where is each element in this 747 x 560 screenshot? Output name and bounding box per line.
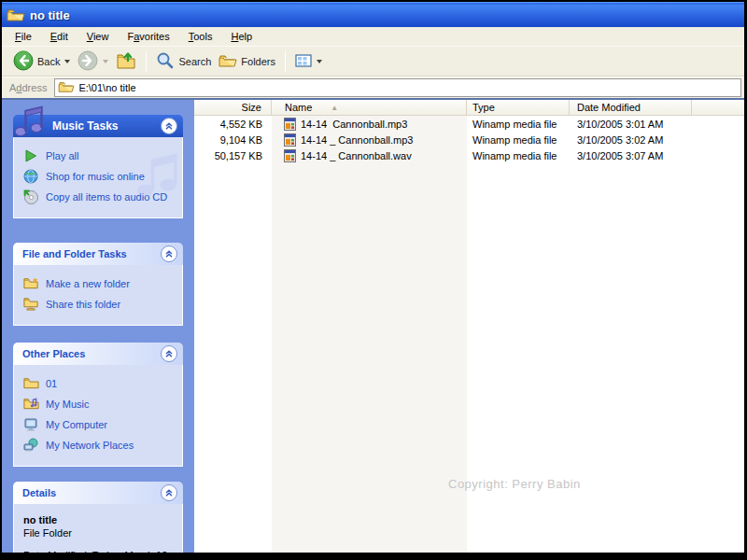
music-folder-icon	[23, 397, 39, 412]
other-places-title: Other Places	[22, 348, 85, 359]
back-dropdown-caret[interactable]	[64, 60, 70, 63]
details-body: no title File Folder Date Modified: Toda…	[13, 504, 183, 553]
details-item-type: File Folder	[23, 526, 175, 539]
other-places-panel: Other Places 01	[13, 343, 183, 467]
menu-file[interactable]: File	[6, 29, 41, 44]
views-button[interactable]	[291, 49, 326, 75]
address-input[interactable]: E:\01\no title	[54, 78, 741, 97]
file-row[interactable]: 50,157 KB 14-14 _ Cannonball.wav	[194, 147, 744, 163]
place-01[interactable]: 01	[23, 376, 176, 391]
folders-label: Folders	[241, 56, 275, 67]
address-folder-icon	[58, 80, 75, 95]
collapse-chevron-icon[interactable]	[161, 345, 177, 362]
forward-button[interactable]	[74, 49, 112, 75]
file-date-modified: 3/10/2005 3:02 AM	[570, 134, 692, 146]
play-icon	[23, 148, 39, 163]
file-folder-tasks-header[interactable]: File and Folder Tasks	[13, 243, 183, 265]
network-icon	[23, 438, 39, 453]
folders-button[interactable]: Folders	[215, 49, 279, 75]
sorted-column-shade	[272, 116, 467, 553]
menu-favorites[interactable]: Favorites	[118, 29, 178, 44]
back-icon	[13, 50, 34, 73]
other-places-header[interactable]: Other Places	[13, 343, 183, 365]
folder-icon	[23, 376, 39, 391]
collapse-chevron-icon[interactable]	[161, 484, 177, 501]
file-size: 4,552 KB	[194, 119, 272, 130]
place-my-network[interactable]: My Network Places	[23, 438, 176, 453]
file-row[interactable]: 4,552 KB 14-14 Cannonball.mp3	[194, 116, 744, 132]
details-header[interactable]: Details	[13, 482, 183, 504]
column-header-blank	[692, 100, 744, 116]
address-bar: Address E:\01\no title	[2, 77, 744, 100]
cd-burn-icon	[23, 189, 39, 204]
toolbar-separator	[146, 51, 147, 72]
back-label: Back	[37, 56, 60, 67]
music-tasks-body: Play all Shop for music online	[13, 137, 183, 218]
file-type: Winamp media file	[467, 134, 570, 146]
column-header-date-modified[interactable]: Date Modified	[570, 100, 692, 116]
menu-edit[interactable]: Edit	[41, 29, 78, 44]
file-type: Winamp media file	[467, 150, 570, 161]
music-note-icon	[11, 104, 45, 139]
details-item-name: no title	[23, 513, 175, 526]
folders-icon	[218, 53, 237, 70]
search-icon	[156, 51, 175, 72]
up-folder-icon	[116, 51, 136, 72]
toolbar: Back	[2, 47, 744, 77]
globe-icon	[23, 169, 39, 184]
menu-bar: File Edit View Favorites Tools Help	[2, 27, 744, 47]
file-folder-tasks-panel: File and Folder Tasks	[13, 243, 183, 326]
music-tasks-panel: Music Tasks	[13, 115, 183, 218]
views-icon	[295, 53, 312, 70]
collapse-chevron-icon[interactable]	[161, 118, 177, 134]
open-folder-icon	[7, 7, 25, 22]
task-pane: Music Tasks	[2, 100, 194, 553]
menu-tools[interactable]: Tools	[179, 29, 222, 44]
search-button[interactable]: Search	[152, 49, 215, 75]
details-panel: Details no title File Folder Date Modifi…	[13, 482, 183, 553]
toolbar-separator	[285, 51, 286, 72]
window-title: no title	[30, 8, 70, 22]
file-date-modified: 3/10/2005 3:07 AM	[570, 150, 692, 161]
menu-view[interactable]: View	[78, 29, 119, 44]
title-bar[interactable]: no title	[2, 2, 744, 27]
file-type: Winamp media file	[467, 119, 570, 130]
place-my-computer[interactable]: My Computer	[23, 417, 176, 432]
details-item-modified: Date Modified: Today, March 10, 2005, 3:…	[23, 549, 175, 553]
collapse-chevron-icon[interactable]	[161, 245, 177, 262]
copyright-watermark: Copyright: Perry Babin	[448, 477, 581, 491]
winamp-file-icon	[284, 118, 297, 131]
place-my-music[interactable]: My Music	[23, 397, 176, 412]
winamp-file-icon	[284, 133, 297, 147]
task-share-folder[interactable]: Share this folder	[23, 297, 176, 312]
task-make-new-folder[interactable]: Make a new folder	[23, 276, 176, 291]
sort-ascending-icon: ▲	[331, 104, 338, 112]
file-folder-tasks-body: Make a new folder Share this folder	[13, 265, 183, 326]
file-name: 14-14 _ Cannonball.wav	[301, 150, 412, 161]
file-name: 14-14 Cannonball.mp3	[301, 119, 407, 130]
share-folder-icon	[23, 297, 39, 312]
music-tasks-title: Music Tasks	[52, 119, 118, 133]
music-note-watermark-icon	[132, 143, 180, 208]
file-row[interactable]: 9,104 KB 14-14 _ Cannonball.mp3	[194, 132, 744, 147]
back-button[interactable]: Back	[9, 49, 74, 75]
menu-help[interactable]: Help	[221, 29, 261, 44]
details-title: Details	[22, 487, 56, 498]
column-header-type[interactable]: Type	[467, 100, 570, 116]
file-folder-tasks-title: File and Folder Tasks	[22, 248, 127, 259]
address-label: Address	[9, 82, 47, 93]
file-date-modified: 3/10/2005 3:01 AM	[570, 119, 692, 130]
up-button[interactable]	[112, 49, 140, 75]
forward-dropdown-caret	[103, 60, 108, 63]
column-headers: Size Name ▲ Type Date Modified	[194, 100, 744, 116]
address-path: E:\01\no title	[78, 82, 135, 93]
file-size: 9,104 KB	[194, 134, 272, 146]
computer-icon	[23, 417, 39, 432]
file-list-pane[interactable]: Size Name ▲ Type Date Modified 4,552 KB	[194, 100, 744, 553]
other-places-body: 01 My Music	[13, 365, 183, 467]
explorer-window: no title File Edit View Favorites Tools …	[0, 0, 747, 560]
column-header-name[interactable]: Name ▲	[272, 100, 467, 116]
column-header-size[interactable]: Size	[194, 100, 272, 116]
search-label: Search	[178, 56, 211, 67]
views-dropdown-caret[interactable]	[317, 60, 322, 63]
